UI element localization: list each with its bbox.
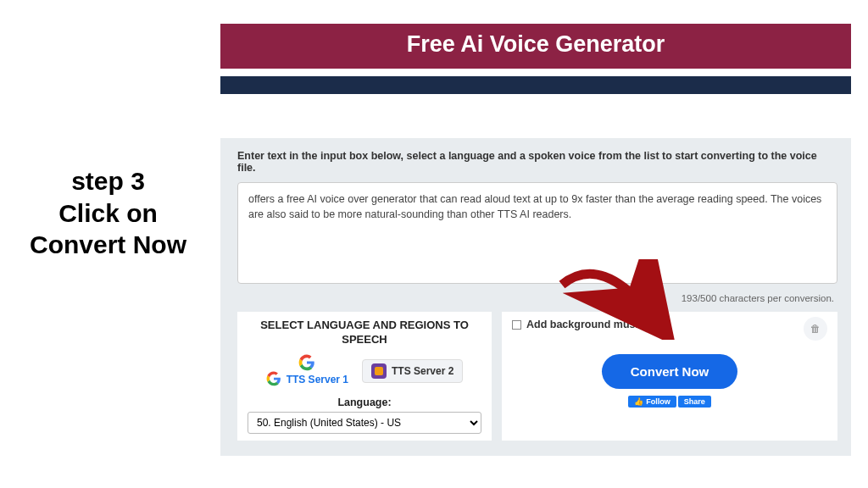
server2-icon xyxy=(371,363,387,379)
convert-now-button[interactable]: Convert Now xyxy=(602,354,738,389)
convert-panel: Add background music 🗑 Convert Now 👍 Fol… xyxy=(502,312,837,441)
fb-follow-button[interactable]: 👍 Follow xyxy=(628,396,676,408)
fb-buttons: 👍 Follow Share xyxy=(512,396,827,408)
language-label: Language: xyxy=(248,396,481,408)
tts-server-2[interactable]: TTS Server 2 xyxy=(362,359,463,383)
google-icon xyxy=(266,371,283,388)
google-icon xyxy=(298,354,315,371)
fb-share-button[interactable]: Share xyxy=(678,396,711,408)
add-music-label: Add background music xyxy=(526,319,644,330)
step-line1: step 3 xyxy=(0,165,216,197)
server-options: TTS Server 1 TTS Server 2 xyxy=(248,354,481,388)
fb-follow-label: Follow xyxy=(646,397,670,406)
server2-label: TTS Server 2 xyxy=(392,365,453,377)
char-counter: 193/500 characters per conversion. xyxy=(237,293,834,303)
step-instruction-panel: step 3 Click on Convert Now xyxy=(0,165,216,261)
tts-server-1[interactable]: TTS Server 1 xyxy=(266,354,348,388)
text-input[interactable] xyxy=(237,182,837,284)
options-row: SELECT LANGUAGE AND REGIONS TO SPEECH TT… xyxy=(237,312,837,441)
form-panel: Enter text in the input box below, selec… xyxy=(220,138,851,456)
language-select[interactable]: 50. English (United States) - US xyxy=(248,412,481,434)
checkbox-icon[interactable] xyxy=(512,320,521,330)
add-music-row[interactable]: Add background music xyxy=(512,319,827,330)
language-panel: SELECT LANGUAGE AND REGIONS TO SPEECH TT… xyxy=(237,312,492,441)
language-heading: SELECT LANGUAGE AND REGIONS TO SPEECH xyxy=(248,319,481,347)
trash-button[interactable]: 🗑 xyxy=(804,317,827,341)
thumb-icon: 👍 xyxy=(634,397,643,406)
page-title: Free Ai Voice Generator xyxy=(220,24,851,69)
nav-bar xyxy=(220,76,851,94)
step-line2: Click on xyxy=(0,197,216,230)
server1-label: TTS Server 1 xyxy=(287,374,348,385)
step-line3: Convert Now xyxy=(0,229,216,261)
instruction-text: Enter text in the input box below, selec… xyxy=(237,150,837,174)
trash-icon: 🗑 xyxy=(810,323,821,335)
app-panel: Free Ai Voice Generator Enter text in th… xyxy=(220,24,851,456)
